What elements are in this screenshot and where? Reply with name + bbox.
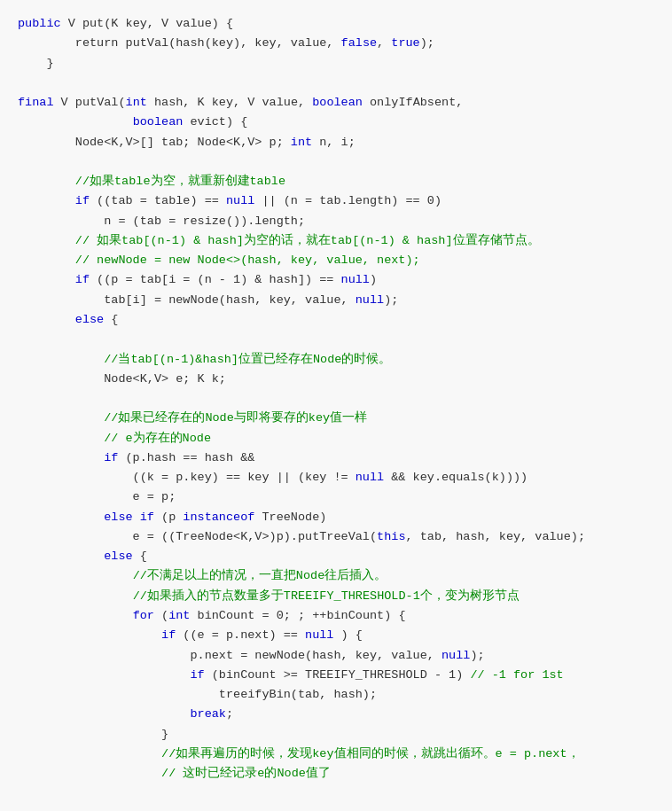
code-line: boolean evict) { [18, 113, 654, 132]
code-line: final V putVal(int hash, K key, V value,… [18, 93, 654, 113]
code-line: if ((e = p.next) == null ) { [18, 626, 654, 645]
code-line: n = (tab = resize()).length; [18, 212, 654, 231]
code-line: if ((tab = table) == null || (n = tab.le… [18, 191, 654, 211]
code-line: for (int binCount = 0; ; ++binCount) { [18, 606, 654, 626]
code-line: if ((p = tab[i = (n - 1) & hash]) == nul… [18, 270, 654, 290]
code-line: // 这时已经记录e的Node值了 [18, 764, 654, 784]
code-line: else { [18, 310, 654, 330]
code-line: return putVal(hash(key), key, value, fal… [18, 34, 654, 53]
code-line: } [18, 725, 654, 745]
code-line: Node<K,V> e; K k; [18, 370, 654, 389]
code-line [18, 389, 654, 409]
code-line: //如果table为空，就重新创建table [18, 172, 654, 191]
code-container: public V put(K key, V value) { return pu… [0, 0, 672, 811]
code-line: // newNode = new Node<>(hash, key, value… [18, 251, 654, 270]
code-line: if (p.hash == hash && [18, 448, 654, 468]
code-line: //如果再遍历的时候，发现key值相同的时候，就跳出循环。e = p.next， [18, 745, 654, 764]
code-line [18, 152, 654, 172]
code-line: tab[i] = newNode(hash, key, value, null)… [18, 291, 654, 310]
code-line: e = p; [18, 487, 654, 507]
code-line: //不满足以上的情况，一直把Node往后插入。 [18, 566, 654, 586]
code-line: public V put(K key, V value) { [18, 14, 654, 34]
code-line: //当tab[(n-1)&hash]位置已经存在Node的时候。 [18, 350, 654, 370]
code-line: break; [18, 705, 654, 724]
code-line [18, 330, 654, 349]
code-line: else { [18, 547, 654, 566]
code-line: p.next = newNode(hash, key, value, null)… [18, 646, 654, 666]
code-line: treeifyBin(tab, hash); [18, 685, 654, 705]
code-line: } [18, 54, 654, 74]
code-line: else if (p instanceof TreeNode) [18, 508, 654, 527]
code-line: ((k = p.key) == key || (key != null && k… [18, 468, 654, 487]
code-line: // 如果tab[(n-1) & hash]为空的话，就在tab[(n-1) &… [18, 231, 654, 251]
code-line [18, 74, 654, 93]
code-block: public V put(K key, V value) { return pu… [18, 14, 654, 784]
code-line: if (binCount >= TREEIFY_THRESHOLD - 1) /… [18, 666, 654, 685]
code-line: //如果插入的节点数量多于TREEIFY_THRESHOLD-1个，变为树形节点 [18, 587, 654, 606]
code-line: // e为存在的Node [18, 429, 654, 448]
code-line: //如果已经存在的Node与即将要存的key值一样 [18, 409, 654, 428]
code-line: Node<K,V>[] tab; Node<K,V> p; int n, i; [18, 133, 654, 152]
code-line: e = ((TreeNode<K,V>)p).putTreeVal(this, … [18, 527, 654, 547]
